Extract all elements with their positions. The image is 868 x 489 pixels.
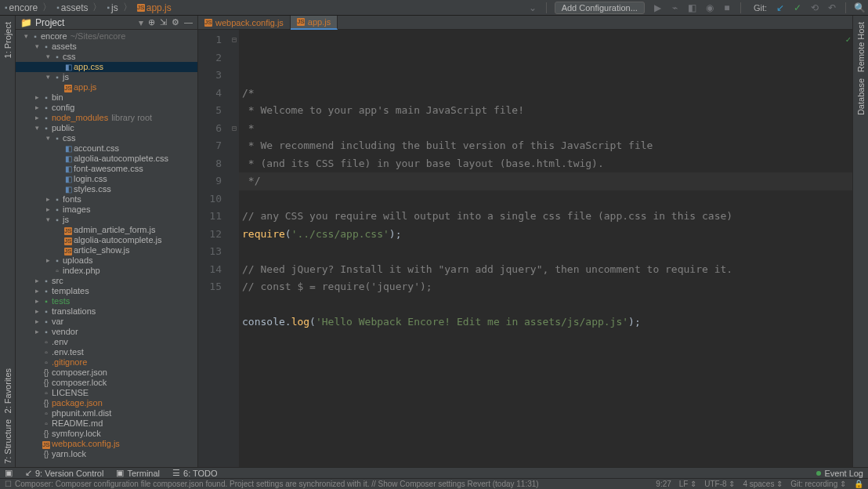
editor-content[interactable]: 123456789101112131415 ⊟⊟ /* * Welcome to… (198, 30, 852, 467)
tree-row[interactable]: ▫phpunit.xml.dist (16, 408, 197, 418)
history-icon[interactable]: ⟲ (809, 2, 820, 13)
tree-arrow-icon[interactable]: ▸ (33, 296, 41, 306)
lock-icon[interactable]: 🔒 (854, 480, 863, 488)
update-icon[interactable]: ↙ (775, 2, 786, 13)
tree-row[interactable]: JSarticle_show.js (16, 245, 197, 255)
tree-row[interactable]: ▫LICENSE (16, 388, 197, 398)
search-everywhere-icon[interactable]: 🔍 (854, 2, 865, 13)
tree-row[interactable]: ▫index.php (16, 266, 197, 276)
tree-arrow-icon[interactable]: ▾ (33, 123, 41, 133)
tree-row[interactable]: ▸▪fonts (16, 194, 197, 205)
tree-row[interactable]: ◧algolia-autocomplete.css (16, 154, 197, 164)
fold-mark-icon[interactable]: ⊟ (230, 120, 239, 138)
tree-arrow-icon[interactable]: ▾ (22, 31, 30, 42)
code-line[interactable] (242, 331, 852, 350)
tree-row[interactable]: JSadmin_article_form.js (16, 225, 197, 235)
tree-row[interactable]: JSapp.js (16, 82, 197, 92)
tree-row[interactable]: ◧login.css (16, 174, 197, 184)
line-number[interactable]: 2 (198, 49, 222, 67)
tree-arrow-icon[interactable]: ▾ (44, 133, 52, 143)
code-line[interactable] (242, 243, 852, 261)
encoding[interactable]: UTF-8 ⇕ (704, 480, 735, 488)
tree-row[interactable]: ▾▪encore~/Sites/encore (16, 31, 197, 42)
breadcrumb-item[interactable]: ▪assets (55, 2, 89, 13)
version-control-tab[interactable]: ↙9: Version Control (25, 468, 103, 478)
tree-row[interactable]: ▾▪public (16, 123, 197, 133)
locate-icon[interactable]: ⊕ (148, 17, 155, 27)
run-icon[interactable]: ▶ (653, 2, 664, 13)
code-line[interactable]: /* (242, 85, 852, 103)
tree-row[interactable]: JSwebpack.config.js (16, 439, 197, 449)
code-line[interactable] (242, 190, 852, 208)
tree-row[interactable]: ▸▪node_moduleslibrary root (16, 113, 197, 123)
build-menu-icon[interactable]: ⌄ (527, 2, 538, 13)
tree-row[interactable]: ▸▪config (16, 103, 197, 113)
indent[interactable]: 4 spaces ⇕ (743, 480, 783, 488)
tree-row[interactable]: {}package.json (16, 398, 197, 408)
tree-row[interactable]: ▸▪src (16, 276, 197, 286)
tree-arrow-icon[interactable]: ▸ (33, 286, 41, 296)
line-number[interactable]: 12 (198, 226, 222, 244)
editor-tab[interactable]: JSwebpack.config.js (198, 16, 291, 30)
tree-row[interactable]: ▸▪bin (16, 92, 197, 103)
rollback-icon[interactable]: ↶ (826, 2, 837, 13)
rail-favorites-tab[interactable]: 2: Favorites (3, 365, 13, 416)
tree-row[interactable]: ▾▪js (16, 215, 197, 225)
tree-row[interactable]: ▾▪css (16, 133, 197, 143)
tree-arrow-icon[interactable]: ▸ (33, 327, 41, 337)
project-tree[interactable]: ▾▪encore~/Sites/encore▾▪assets▾▪css◧app.… (16, 30, 197, 467)
tree-arrow-icon[interactable]: ▾ (33, 42, 41, 52)
line-number[interactable]: 15 (198, 278, 222, 296)
tree-arrow-icon[interactable]: ▾ (44, 72, 52, 82)
tree-row[interactable]: ▾▪css (16, 52, 197, 62)
coverage-icon[interactable]: ◧ (687, 2, 698, 13)
code-line[interactable]: * We recommend including the built versi… (242, 137, 852, 155)
tree-arrow-icon[interactable]: ▾ (44, 52, 52, 62)
tree-arrow-icon[interactable]: ▸ (33, 92, 41, 103)
line-number[interactable]: 6 (198, 120, 222, 138)
code-line[interactable]: // const $ = require('jquery'); (242, 278, 852, 296)
code-line[interactable]: * (242, 120, 852, 138)
line-number[interactable]: 13 (198, 243, 222, 261)
tree-row[interactable]: ▸▪uploads (16, 255, 197, 266)
gear-icon[interactable]: ⚙ (172, 17, 179, 27)
tree-row[interactable]: ◧font-awesome.css (16, 164, 197, 174)
code-line[interactable] (242, 296, 852, 314)
line-number[interactable]: 8 (198, 155, 222, 173)
tree-arrow-icon[interactable]: ▸ (33, 317, 41, 327)
tree-arrow-icon[interactable]: ▸ (33, 113, 41, 123)
line-number[interactable]: 10 (198, 190, 222, 208)
tree-row[interactable]: ▾▪assets (16, 42, 197, 52)
tree-arrow-icon[interactable]: ▸ (33, 103, 41, 113)
cursor-position[interactable]: 9:27 (656, 480, 671, 488)
line-separator[interactable]: LF ⇕ (679, 480, 696, 488)
fold-mark-icon[interactable]: ⊟ (230, 31, 239, 49)
line-gutter[interactable]: 123456789101112131415 (198, 30, 230, 467)
tree-row[interactable]: ▸▪tests (16, 296, 197, 306)
code-line[interactable]: require('../css/app.css'); (242, 226, 852, 244)
breadcrumb-item[interactable]: JSapp.js (136, 2, 173, 13)
breadcrumb-item[interactable]: ▪js (105, 2, 119, 13)
tree-arrow-icon[interactable]: ▸ (44, 205, 52, 215)
tree-row[interactable]: ▫.env.test (16, 347, 197, 357)
code-line[interactable]: * (and its CSS file) in your base layout… (242, 155, 852, 173)
breadcrumb-item[interactable]: ▪encore (3, 2, 39, 13)
stop-icon[interactable]: ■ (722, 2, 732, 13)
line-number[interactable]: 1 (198, 31, 222, 49)
commit-icon[interactable]: ✓ (792, 2, 803, 13)
event-log-tab[interactable]: Event Log (816, 469, 863, 478)
code-line[interactable]: * Welcome to your app's main JavaScript … (242, 102, 852, 120)
inspection-ok-icon[interactable]: ✓ (845, 31, 851, 49)
line-number[interactable]: 14 (198, 261, 222, 279)
tree-row[interactable]: ▸▪var (16, 317, 197, 327)
line-number[interactable]: 3 (198, 67, 222, 85)
tree-row[interactable]: ▫.gitignore (16, 357, 197, 368)
tree-row[interactable]: ▫README.md (16, 418, 197, 429)
tree-row[interactable]: ▫.env (16, 337, 197, 347)
line-number[interactable]: 11 (198, 208, 222, 226)
code-line[interactable]: // any CSS you require will output into … (242, 208, 852, 226)
status-icon[interactable]: ▣ (5, 468, 13, 478)
code-line[interactable]: */ (242, 172, 852, 190)
tree-row[interactable]: ▾▪js (16, 72, 197, 82)
expand-icon[interactable]: ⇲ (160, 17, 167, 27)
